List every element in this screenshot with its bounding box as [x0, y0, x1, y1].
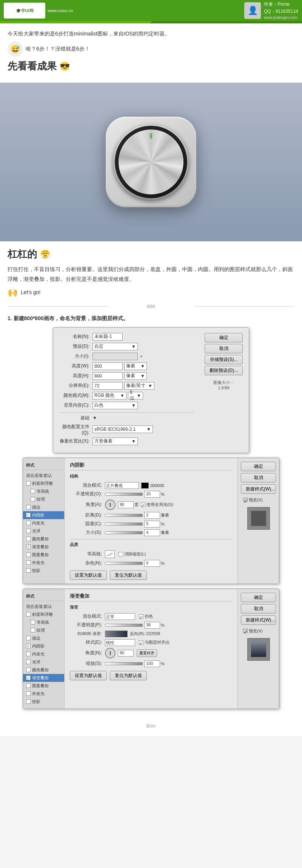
- ls-cancel-btn-2[interactable]: 取消: [241, 604, 276, 614]
- ls-cb-contour: [31, 489, 35, 493]
- ls-item2-bevel[interactable]: 斜面和浮雕: [23, 611, 64, 618]
- grad-scale-slider[interactable]: [105, 662, 143, 665]
- ls-item-bevel[interactable]: 斜面和浮雕: [23, 479, 64, 487]
- ls-item-patternoverlay[interactable]: 图案叠加: [23, 551, 64, 559]
- ls-angle-input[interactable]: 90: [118, 501, 134, 508]
- ls-item2-patternoverlay[interactable]: 图案叠加: [23, 682, 64, 690]
- grad-default-btn[interactable]: 设置为默认值: [70, 671, 107, 680]
- ls-item2-dropshadow[interactable]: 投影: [23, 698, 64, 706]
- ls-cancel-btn-1[interactable]: 取消: [241, 473, 276, 483]
- ps-pixelratio-select[interactable]: 方形像素 ▼: [92, 438, 138, 445]
- ls-quality-section: 品质 等高线: 消除锯齿(L) 杂色(N): 0: [70, 539, 232, 567]
- ps-height-input[interactable]: 800: [92, 372, 123, 380]
- ls-cb-satin: [26, 529, 31, 533]
- ls-angle-wheel[interactable]: [105, 500, 116, 510]
- ls-newstyle-btn-1[interactable]: 新建样式(W)...: [241, 484, 276, 494]
- ls-item2-stroke[interactable]: 描边: [23, 634, 64, 642]
- grad-scale-input[interactable]: 100: [144, 660, 160, 667]
- ls-ok-btn-2[interactable]: 确定: [241, 593, 276, 602]
- ps-res-input[interactable]: 72: [92, 382, 123, 390]
- grad-style-select[interactable]: 线性: [105, 639, 135, 646]
- ls-item2-satin[interactable]: 光泽: [23, 658, 64, 666]
- ls-cb-patternoverlay: [26, 552, 31, 557]
- ls-item-innerglow[interactable]: 内发光: [23, 519, 64, 527]
- ls-noise-input[interactable]: 0: [144, 560, 160, 567]
- ls-newstyle-btn-2[interactable]: 新建样式(W)...: [241, 615, 276, 625]
- ls-cb2-coloroverlay: [26, 668, 31, 672]
- ls-reset-btn[interactable]: 复位为默认值: [110, 570, 147, 580]
- ls-noise-slider[interactable]: [105, 562, 143, 565]
- grad-opacity-slider[interactable]: [105, 624, 143, 627]
- ls-distance-label: 距离(D):: [70, 512, 102, 518]
- ls-choke-input[interactable]: 0: [144, 521, 160, 527]
- ps-cancel-btn[interactable]: 取消: [205, 344, 243, 353]
- ls-globallight-cb[interactable]: ✓: [141, 503, 145, 507]
- ls-opacity-slider[interactable]: [105, 493, 143, 496]
- ls-distance-slider[interactable]: [105, 514, 143, 517]
- ls-item-contour[interactable]: 等高线: [23, 487, 64, 495]
- ls-ok-btn-1[interactable]: 确定: [241, 462, 276, 471]
- ps-res-unit-select[interactable]: 像素/英寸 ▼: [124, 382, 154, 390]
- ps-bg-select[interactable]: 白色 ▼: [92, 402, 138, 409]
- grad-angle-input[interactable]: 90: [118, 650, 134, 657]
- ps-save-preset-btn[interactable]: 存储预设(S)...: [205, 355, 243, 364]
- ls-size-input[interactable]: 4: [144, 529, 160, 536]
- ls-opacity-input[interactable]: 20: [144, 491, 160, 498]
- grad-align-cb[interactable]: ✓: [139, 640, 143, 645]
- ls-item-satin[interactable]: 光泽: [23, 527, 64, 535]
- ls-item-dropshadow[interactable]: 投影: [23, 567, 64, 575]
- author-name: 作者：Poroe: [264, 1, 298, 8]
- ls-item2-contour[interactable]: 等高线: [23, 618, 64, 626]
- ls-cb2-outerglow: [26, 691, 31, 696]
- ls-contour-thumb[interactable]: [105, 550, 115, 558]
- ls-preview-cb-2[interactable]: ✓: [243, 629, 248, 633]
- ls-item-stroke[interactable]: 描边: [23, 503, 64, 511]
- grad-style-label: 样式(E):: [70, 639, 102, 646]
- ls-item-coloroverlay[interactable]: 颜色叠加: [23, 535, 64, 543]
- ls-item-texture[interactable]: 纹理: [23, 495, 64, 503]
- ps-colormode-select[interactable]: RGB 颜色 ▼: [92, 392, 126, 399]
- ls-cb-innershadow: ✓: [26, 513, 31, 517]
- grad-blendmode-select[interactable]: 正常: [105, 613, 135, 620]
- ps-name-input[interactable]: 未标题-1: [92, 333, 123, 341]
- ls-distance-input[interactable]: 2: [144, 512, 160, 519]
- grad-opacity-input[interactable]: 38: [144, 622, 160, 629]
- ls-item2-blendoptions[interactable]: 混合选项:默认: [23, 603, 64, 611]
- ps-ok-btn[interactable]: 确定: [205, 333, 243, 342]
- ps-width-unit-select[interactable]: 像素 ▼: [124, 362, 147, 370]
- grad-simulate-cb-row: ✓ 仿色: [139, 614, 153, 619]
- lets-go-text: Let's go!: [21, 288, 41, 297]
- ls-item-outerglow[interactable]: 外发光: [23, 559, 64, 567]
- ps-colorprofile-select[interactable]: sRGB IEC61966-2.1 ▼: [92, 426, 153, 433]
- ps-delete-preset-btn[interactable]: 删除预设(D)...: [205, 366, 243, 375]
- site-url: www.psdesignr.com: [264, 15, 298, 20]
- ls-item2-innerglow[interactable]: 内发光: [23, 650, 64, 658]
- ls-item2-innershadow[interactable]: ✓ 内阴影: [23, 642, 64, 650]
- ls-item-gradoverlay[interactable]: ✓ 渐变叠加: [23, 543, 64, 551]
- ls-item2-coloroverlay[interactable]: 颜色叠加: [23, 666, 64, 674]
- ps-preset-select[interactable]: 自定 ▼: [92, 343, 138, 350]
- ps-bit-select[interactable]: 8 位 ▼: [128, 392, 143, 399]
- ls-blendmode-select[interactable]: 正片叠底: [105, 482, 139, 489]
- ps-width-input[interactable]: 800: [92, 362, 123, 370]
- ls-size-slider[interactable]: [105, 531, 143, 534]
- ls-cb2-gradoverlay: ✓: [26, 675, 31, 680]
- ls-preview-inner-1: [251, 511, 266, 526]
- ls-item-blendoptions[interactable]: 混合选项:默认: [23, 472, 64, 479]
- ls-preview-cb-1[interactable]: ✓: [243, 498, 248, 502]
- ls-item2-texture[interactable]: 纹理: [23, 626, 64, 634]
- ls-color-swatch[interactable]: [141, 483, 149, 489]
- ls-item2-gradoverlay[interactable]: ✓ 渐变叠加: [23, 674, 64, 682]
- ls-item-innershadow[interactable]: ✓ 内阴影: [23, 511, 64, 519]
- ls-item2-outerglow[interactable]: 外发光: [23, 690, 64, 698]
- ls-choke-slider[interactable]: [105, 523, 143, 526]
- grad-reset-btn[interactable]: 复位为默认值: [110, 671, 147, 680]
- ps-height-unit-select[interactable]: 像素 ▼: [124, 372, 147, 380]
- ls-antialias-cb[interactable]: [119, 552, 123, 557]
- author-info: 作者：Poroe QQ：811635114 www.psdesignr.com: [264, 1, 298, 20]
- grad-align-btn[interactable]: 重置对齐: [137, 649, 157, 657]
- grad-simulate-cb[interactable]: ✓: [139, 614, 143, 619]
- ls-default-btn[interactable]: 设置为默认值: [70, 570, 107, 580]
- grad-angle-wheel[interactable]: [105, 648, 116, 658]
- grad-color-swatch[interactable]: [105, 631, 128, 637]
